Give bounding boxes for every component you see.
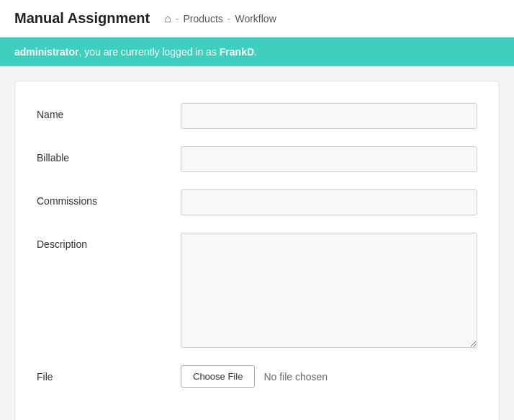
breadcrumb-separator-2: -	[227, 13, 231, 24]
breadcrumb-products[interactable]: Products	[184, 13, 223, 24]
form-card: Name Billable Commissions Description Fi…	[14, 81, 500, 420]
breadcrumb: ⌂ - Products - Workflow	[164, 12, 276, 25]
description-textarea[interactable]	[181, 233, 477, 348]
commissions-label: Commissions	[37, 189, 181, 207]
breadcrumb-separator-1: -	[176, 13, 179, 24]
choose-file-button[interactable]: Choose File	[181, 365, 255, 388]
name-row: Name	[37, 103, 477, 129]
main-content: Name Billable Commissions Description Fi…	[0, 66, 514, 420]
name-label: Name	[37, 103, 181, 120]
file-row: File Choose File No file chosen	[37, 365, 477, 388]
file-label: File	[37, 371, 181, 383]
alert-message: , you are currently logged in as	[78, 46, 219, 58]
description-row: Description	[37, 233, 477, 348]
no-file-text: No file chosen	[263, 371, 328, 383]
commissions-input[interactable]	[181, 189, 477, 215]
page-title: Manual Assignment	[14, 10, 150, 27]
commissions-row: Commissions	[37, 189, 477, 215]
alert-username-prefix: administrator	[14, 46, 78, 58]
header: Manual Assignment ⌂ - Products - Workflo…	[0, 0, 514, 37]
name-input[interactable]	[181, 103, 477, 129]
home-icon[interactable]: ⌂	[164, 12, 171, 25]
alert-banner: administrator, you are currently logged …	[0, 37, 514, 66]
alert-username: FrankD	[220, 46, 254, 58]
breadcrumb-workflow[interactable]: Workflow	[235, 13, 276, 24]
alert-suffix: .	[254, 46, 257, 58]
description-label: Description	[37, 233, 181, 250]
billable-input[interactable]	[181, 146, 477, 172]
billable-row: Billable	[37, 146, 477, 172]
file-input-area: Choose File No file chosen	[181, 365, 328, 388]
billable-label: Billable	[37, 146, 181, 164]
